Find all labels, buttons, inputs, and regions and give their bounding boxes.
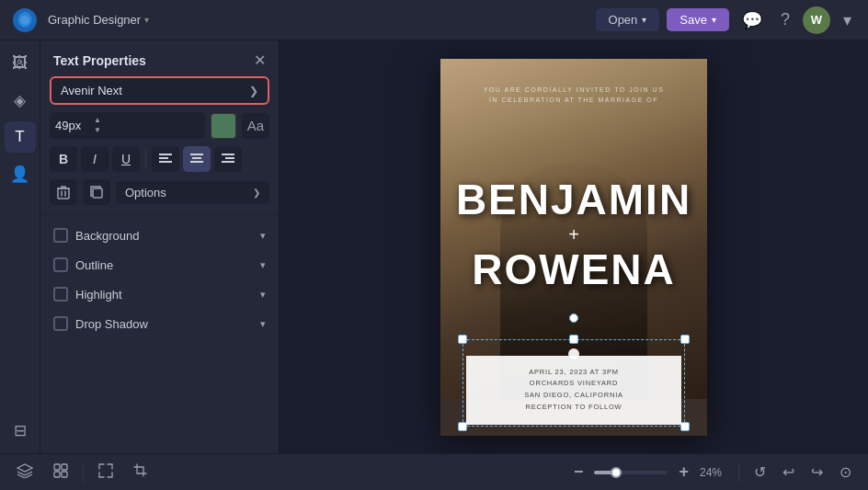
font-selector[interactable]: Avenir Next ❯	[50, 76, 269, 105]
topbar-actions: Open ▾ Save ▾ 💬 ? W ▾	[596, 6, 857, 34]
name1-text: BENJAMIN	[440, 178, 707, 221]
font-size-input[interactable]: 49px	[55, 119, 88, 132]
save-button[interactable]: Save ▾	[667, 8, 729, 31]
details-text: APRIL 23, 2023 AT 3PM ORCHARDS VINEYARD …	[479, 367, 668, 414]
grid-bottom-button[interactable]	[48, 460, 74, 485]
svg-rect-14	[62, 464, 67, 470]
sidebar-text-button[interactable]: T	[5, 121, 36, 153]
save-chevron: ▾	[712, 15, 716, 25]
bold-button[interactable]: B	[50, 146, 77, 172]
outline-expand-button[interactable]: ▾	[260, 259, 266, 271]
size-row: 49px ▲ ▼ Aa	[40, 112, 279, 146]
svg-rect-4	[159, 161, 172, 163]
app-name-label: Graphic Designer	[48, 13, 141, 27]
expand-button[interactable]	[93, 460, 119, 485]
align-left-button[interactable]	[152, 146, 179, 172]
panel-close-button[interactable]: ✕	[254, 51, 266, 69]
background-checkbox[interactable]	[53, 228, 68, 243]
drop-shadow-checkbox[interactable]	[53, 316, 68, 331]
history-button[interactable]: ⊙	[834, 460, 857, 484]
highlight-expand-button[interactable]: ▾	[260, 289, 266, 301]
name2-text: ROWENA	[440, 248, 707, 291]
save-label: Save	[680, 13, 707, 27]
options-row: Options ❯	[40, 179, 279, 215]
highlight-checkbox-row[interactable]: Highlight ▾	[50, 281, 269, 307]
svg-rect-12	[93, 188, 102, 198]
app-name-button[interactable]: Graphic Designer ▾	[48, 13, 149, 27]
align-right-button[interactable]	[214, 146, 242, 172]
format-row: B I U	[40, 146, 279, 179]
svg-rect-15	[54, 472, 60, 477]
svg-rect-13	[54, 464, 60, 470]
svg-rect-7	[190, 161, 203, 163]
sidebar-people-button[interactable]: 👤	[5, 158, 36, 189]
drop-shadow-checkbox-row[interactable]: Drop Shadow ▾	[50, 311, 269, 336]
open-label: Open	[609, 13, 638, 27]
underline-button[interactable]: U	[112, 146, 140, 172]
zoom-out-button[interactable]: −	[568, 459, 589, 485]
app-logo	[11, 6, 39, 34]
main-area: 🖼 ◈ T 👤 ⊟ Text Properties ✕ Avenir Next …	[0, 40, 868, 453]
more-button[interactable]: ▾	[838, 6, 857, 34]
bottom-separator-2	[738, 463, 739, 482]
sidebar-layers-button[interactable]: ⊟	[5, 415, 36, 446]
open-chevron: ▾	[642, 15, 646, 25]
refresh-button[interactable]: ↺	[748, 460, 771, 484]
size-up-button[interactable]: ▲	[92, 116, 103, 125]
avatar[interactable]: W	[803, 6, 830, 34]
help-button[interactable]: ?	[775, 6, 795, 33]
svg-rect-3	[159, 157, 168, 159]
bottom-separator-1	[83, 463, 84, 482]
svg-rect-2	[159, 154, 172, 155]
outline-checkbox[interactable]	[53, 257, 68, 272]
crop-button[interactable]	[128, 460, 154, 485]
options-button[interactable]: Options ❯	[116, 181, 269, 204]
delete-button[interactable]	[50, 179, 77, 205]
undo-button[interactable]: ↩	[777, 460, 800, 484]
canvas-area[interactable]: YOU ARE CORDIALLY INVITED TO JOIN US IN …	[280, 40, 868, 453]
chat-button[interactable]: 💬	[737, 6, 768, 34]
align-center-button[interactable]	[183, 146, 211, 172]
svg-rect-6	[192, 157, 201, 159]
card-details-box[interactable]: APRIL 23, 2023 AT 3PM ORCHARDS VINEYARD …	[466, 356, 681, 425]
zoom-percentage: 24%	[700, 466, 729, 479]
zoom-area: − + 24%	[568, 459, 729, 485]
drop-shadow-expand-button[interactable]: ▾	[260, 318, 266, 330]
duplicate-button[interactable]	[83, 179, 110, 205]
svg-rect-11	[58, 188, 69, 199]
zoom-in-button[interactable]: +	[673, 459, 694, 485]
redo-button[interactable]: ↪	[805, 460, 828, 484]
icon-bar: 🖼 ◈ T 👤 ⊟	[0, 40, 40, 453]
background-expand-button[interactable]: ▾	[260, 230, 266, 242]
text-properties-panel: Text Properties ✕ Avenir Next ❯ 49px ▲ ▼…	[40, 40, 280, 453]
svg-rect-10	[222, 161, 234, 163]
svg-rect-8	[222, 154, 234, 155]
svg-rect-16	[62, 472, 67, 477]
outline-checkbox-row[interactable]: Outline ▾	[50, 252, 269, 278]
options-chevron-icon: ❯	[253, 188, 260, 198]
size-input-wrap: 49px ▲ ▼	[50, 112, 205, 139]
color-picker-button[interactable]	[211, 113, 236, 139]
canvas-card: YOU ARE CORDIALLY INVITED TO JOIN US IN …	[440, 59, 707, 436]
format-separator	[145, 150, 146, 168]
font-aa-button[interactable]: Aa	[242, 113, 269, 139]
svg-rect-5	[190, 154, 203, 155]
highlight-checkbox[interactable]	[53, 287, 68, 302]
size-down-button[interactable]: ▼	[92, 126, 103, 135]
app-name-chevron: ▾	[144, 15, 149, 25]
topbar: Graphic Designer ▾ Open ▾ Save ▾ 💬 ? W ▾	[0, 0, 868, 40]
svg-rect-9	[225, 157, 234, 159]
outline-label: Outline	[75, 258, 113, 272]
bottombar: − + 24% ↺ ↩ ↪ ⊙	[0, 453, 868, 490]
font-name-label: Avenir Next	[61, 84, 122, 97]
sidebar-elements-button[interactable]: ◈	[5, 85, 36, 116]
invitation-text: YOU ARE CORDIALLY INVITED TO JOIN US IN …	[440, 85, 707, 105]
layers-bottom-button[interactable]	[11, 460, 39, 485]
highlight-label: Highlight	[75, 288, 122, 302]
background-checkbox-row[interactable]: Background ▾	[50, 222, 269, 248]
italic-button[interactable]: I	[81, 146, 108, 172]
sidebar-photo-button[interactable]: 🖼	[5, 48, 36, 79]
open-button[interactable]: Open ▾	[596, 8, 660, 31]
zoom-slider[interactable]	[594, 471, 668, 474]
card-names: BENJAMIN + ROWENA	[440, 178, 707, 291]
